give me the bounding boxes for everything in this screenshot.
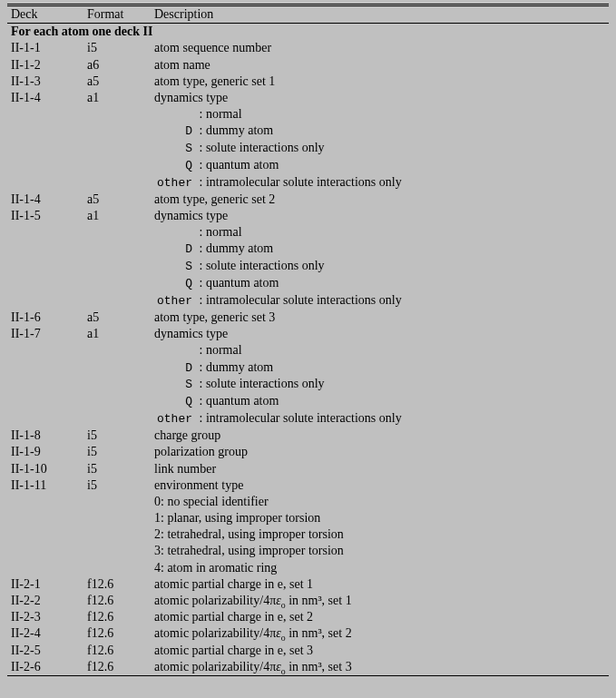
cell-format: i5	[83, 461, 151, 477]
opt-text: : quantum atom	[200, 394, 279, 408]
opt-text: planar, using improper torsion	[167, 511, 320, 525]
cell-deck: II-2-3	[7, 609, 83, 625]
cell-deck: II-1-1	[7, 40, 83, 56]
cell-desc: environment type	[151, 477, 609, 494]
table-row: D : dummy atom	[7, 241, 609, 258]
cell-desc: Q : quantum atom	[151, 275, 609, 292]
cell-deck: II-1-8	[7, 428, 83, 444]
table-row: II-1-10i5link number	[7, 461, 609, 477]
cell-deck: II-1-7	[7, 326, 83, 342]
cell-desc: atom name	[151, 57, 609, 74]
opt-text: : normal	[200, 225, 242, 239]
cell-format: f12.6	[83, 576, 151, 593]
opt-text: : solute interactions only	[200, 259, 325, 272]
table-row: : normal	[7, 224, 609, 241]
document-page: Deck Format Description For each atom on…	[0, 0, 616, 698]
cell-format: f12.6	[83, 609, 151, 625]
opt-code: 0	[154, 495, 161, 508]
opt-code: S	[154, 142, 196, 157]
table-row: II-1-4a5atom type, generic set 2	[7, 192, 609, 208]
section-row: For each atom one deck II	[7, 24, 609, 41]
cell-format: a5	[83, 192, 151, 208]
cell-desc: S : solute interactions only	[151, 140, 609, 157]
opt-text: : intramolecular solute interactions onl…	[200, 293, 402, 307]
cell-deck: II-2-2	[7, 593, 83, 609]
opt-text: tetrahedral, using improper torsion	[167, 527, 343, 541]
opt-text: : quantum atom	[200, 276, 279, 290]
cell-deck: II-1-4	[7, 192, 83, 208]
table-row: : normal	[7, 106, 609, 123]
cell-desc: : normal	[151, 106, 609, 123]
table-row: Q : quantum atom	[7, 275, 609, 292]
cell-desc: atomic polarizability/4πεo in nm³, set 2	[151, 625, 609, 642]
cell-deck: II-1-2	[7, 57, 83, 74]
table-row: : normal	[7, 342, 609, 359]
cell-desc: 3: tetrahedral, using improper torsion	[151, 543, 609, 559]
cell-desc: atomic partial charge in e, set 1	[151, 576, 609, 593]
opt-code: S	[154, 378, 196, 393]
cell-desc: other : intramolecular solute interactio…	[151, 292, 609, 310]
cell-format: a5	[83, 310, 151, 326]
cell-desc: dynamics type	[151, 208, 609, 224]
table-row: 3: tetrahedral, using improper torsion	[7, 543, 609, 559]
table-row: 4: atom in aromatic ring	[7, 560, 609, 576]
opt-text: : solute interactions only	[200, 377, 325, 390]
cell-desc: dynamics type	[151, 326, 609, 342]
opt-code: S	[154, 260, 196, 275]
cell-desc: 4: atom in aromatic ring	[151, 560, 609, 576]
cell-format: f12.6	[83, 625, 151, 642]
cell-desc: atomic partial charge in e, set 2	[151, 609, 609, 625]
opt-code: D	[154, 361, 196, 377]
header-description: Description	[151, 5, 609, 24]
table-row: D : dummy atom	[7, 359, 609, 377]
section-title: For each atom one deck II	[7, 24, 609, 41]
opt-text: : normal	[200, 343, 242, 357]
cell-format: i5	[83, 428, 151, 444]
opt-text: : quantum atom	[200, 158, 279, 172]
table-row: D : dummy atom	[7, 123, 609, 140]
table-row: II-1-8i5charge group	[7, 428, 609, 444]
table-header-row: Deck Format Description	[7, 5, 609, 24]
table-row: S : solute interactions only	[7, 258, 609, 275]
table-row: II-2-2f12.6atomic polarizability/4πεo in…	[7, 593, 609, 609]
table-row: II-1-4a1dynamics type	[7, 90, 609, 106]
cell-desc: link number	[151, 461, 609, 477]
table-row: II-1-11i5environment type	[7, 477, 609, 494]
cell-deck: II-1-10	[7, 461, 83, 477]
cell-format: a1	[83, 326, 151, 342]
cell-deck: II-1-11	[7, 477, 83, 494]
table-row: II-1-2a6atom name	[7, 57, 609, 74]
cell-desc: atom type, generic set 1	[151, 74, 609, 90]
cell-desc: 1: planar, using improper torsion	[151, 510, 609, 526]
opt-code: D	[154, 124, 196, 140]
cell-desc: atom sequence number	[151, 40, 609, 56]
cell-desc: D : dummy atom	[151, 359, 609, 377]
cell-desc: atom type, generic set 3	[151, 310, 609, 326]
cell-format: a5	[83, 74, 151, 90]
cell-desc: dynamics type	[151, 90, 609, 106]
cell-format: i5	[83, 40, 151, 56]
opt-code: Q	[154, 395, 196, 410]
cell-desc: : normal	[151, 342, 609, 359]
cell-deck: II-1-9	[7, 444, 83, 460]
cell-deck: II-1-5	[7, 208, 83, 224]
cell-deck: II-2-5	[7, 643, 83, 659]
cell-format: f12.6	[83, 659, 151, 676]
cell-deck: II-2-1	[7, 576, 83, 593]
cell-format: a1	[83, 208, 151, 224]
opt-text: : dummy atom	[200, 360, 274, 374]
table-row: II-2-3f12.6atomic partial charge in e, s…	[7, 609, 609, 625]
deck-table: Deck Format Description For each atom on…	[7, 4, 609, 676]
table-row: II-2-4f12.6atomic polarizability/4πεo in…	[7, 625, 609, 642]
opt-text: : intramolecular solute interactions onl…	[200, 411, 402, 425]
table-row: other : intramolecular solute interactio…	[7, 292, 609, 310]
table-row: II-1-9i5polarization group	[7, 444, 609, 460]
cell-desc: atomic polarizability/4πεo in nm³, set 1	[151, 593, 609, 609]
cell-desc: atomic polarizability/4πεo in nm³, set 3	[151, 659, 609, 676]
cell-deck: II-1-6	[7, 310, 83, 326]
opt-code: 4	[154, 561, 161, 575]
cell-desc: D : dummy atom	[151, 241, 609, 258]
cell-format: f12.6	[83, 643, 151, 659]
cell-desc: other : intramolecular solute interactio…	[151, 410, 609, 428]
cell-desc: Q : quantum atom	[151, 393, 609, 410]
